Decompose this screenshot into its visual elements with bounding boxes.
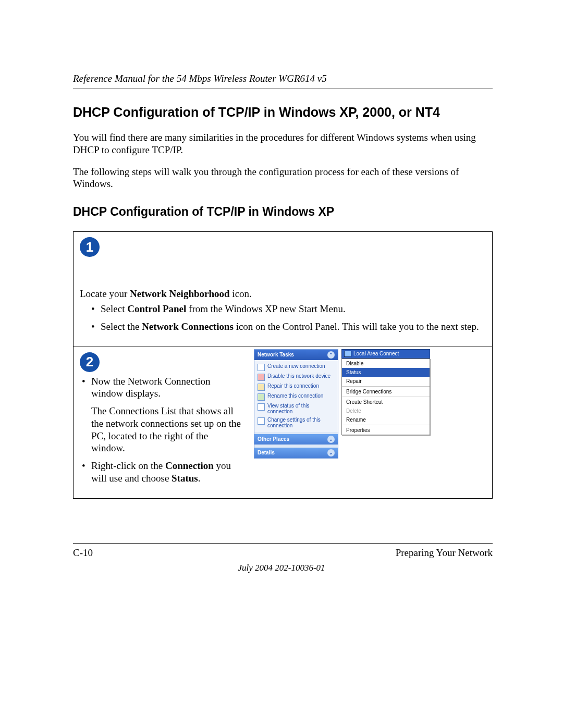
step1-lead: Locate your Network Neighborhood icon. <box>80 288 252 299</box>
status-icon <box>258 403 265 411</box>
footer-date-line: July 2004 202-10036-01 <box>0 563 563 573</box>
heading-level-2: DHCP Configuration of TCP/IP in Windows … <box>73 105 493 120</box>
repair-icon <box>258 384 265 391</box>
ctx-bridge[interactable]: Bridge Connections <box>342 387 430 396</box>
step-1-text: Locate your Network Neighborhood icon. S… <box>80 288 486 338</box>
network-adapter-icon <box>344 351 351 357</box>
disable-device-icon <box>258 374 265 381</box>
steps-table: 1 Locate your Network Neighborhood icon.… <box>73 231 493 499</box>
intro-paragraph-2: The following steps will walk you throug… <box>73 166 493 191</box>
context-menu: Disable Status Repair Bridge Connections… <box>341 359 430 435</box>
menu-separator <box>342 386 430 387</box>
ctx-disable[interactable]: Disable <box>342 359 430 368</box>
step2-bullet-1-follow: The Connections List that shows all the … <box>91 405 241 454</box>
xp-tasks-header: Network Tasks ⌃ <box>254 350 338 360</box>
new-connection-icon <box>258 364 265 371</box>
chevron-down-icon: ⌄ <box>327 436 335 443</box>
xp-other-places-header[interactable]: Other Places ⌄ <box>254 434 338 445</box>
ctx-properties[interactable]: Properties <box>342 426 430 435</box>
local-area-connection-item[interactable]: Local Area Connect <box>341 349 430 359</box>
step1-bullets: Select Control Panel from the Windows XP… <box>80 303 486 333</box>
step-2-text: Now the Network Connection window displa… <box>80 372 241 490</box>
ctx-rename[interactable]: Rename <box>342 415 430 424</box>
chevron-up-icon: ⌃ <box>327 351 335 359</box>
xp-tasks-body: Create a new connection Disable this net… <box>254 360 338 432</box>
ctx-delete: Delete <box>342 406 430 415</box>
step-row-2: 2 Now the Network Connection window disp… <box>74 347 492 499</box>
xp-task-item[interactable]: Repair this connection <box>258 382 335 392</box>
intro-paragraph-1: You will find there are many similaritie… <box>73 131 493 156</box>
xp-tasks-panel: Network Tasks ⌃ Create a new connection … <box>254 349 338 459</box>
step2-bullet-1: Now the Network Connection window displa… <box>82 375 241 455</box>
xp-task-item[interactable]: View status of this connection <box>258 402 335 416</box>
step2-bullet-2: Right-click on the Connection you will u… <box>82 460 241 485</box>
settings-icon <box>258 417 265 425</box>
heading-level-3: DHCP Configuration of TCP/IP in Windows … <box>73 205 493 219</box>
chevron-down-icon: ⌄ <box>327 449 335 456</box>
menu-separator <box>342 397 430 397</box>
step-2-screenshot: Network Tasks ⌃ Create a new connection … <box>254 349 486 459</box>
menu-separator <box>342 425 430 425</box>
document-page: Reference Manual for the 54 Mbps Wireles… <box>0 0 563 728</box>
xp-task-item[interactable]: Create a new connection <box>258 362 335 372</box>
section-title: Preparing Your Network <box>396 547 493 559</box>
ctx-shortcut[interactable]: Create Shortcut <box>342 398 430 406</box>
footer-line: C-10 Preparing Your Network <box>73 547 493 559</box>
page-number: C-10 <box>73 547 93 559</box>
step-badge-1: 1 <box>80 237 100 257</box>
footer-rule <box>73 543 493 544</box>
rename-icon <box>258 393 265 401</box>
context-menu-area: Local Area Connect Disable Status Repair… <box>341 349 430 459</box>
ctx-repair[interactable]: Repair <box>342 377 430 386</box>
xp-details-header[interactable]: Details ⌄ <box>254 448 338 458</box>
step-row-1: 1 Locate your Network Neighborhood icon.… <box>74 232 492 347</box>
step1-bullet-2: Select the Network Connections icon on t… <box>91 320 486 333</box>
running-head: Reference Manual for the 54 Mbps Wireles… <box>73 73 493 89</box>
xp-task-item[interactable]: Change settings of this connection <box>258 416 335 430</box>
step-badge-2: 2 <box>80 352 100 372</box>
step1-bullet-1: Select Control Panel from the Windows XP… <box>91 303 486 315</box>
xp-task-item[interactable]: Disable this network device <box>258 372 335 382</box>
xp-task-item[interactable]: Rename this connection <box>258 392 335 402</box>
ctx-status[interactable]: Status <box>342 368 430 377</box>
